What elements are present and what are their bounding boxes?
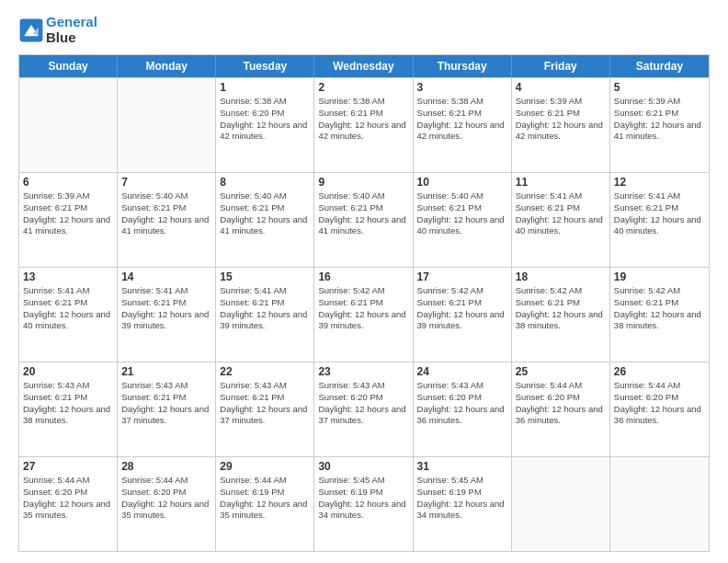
sunrise-text: Sunrise: 5:43 AM [220, 380, 310, 392]
day-number: 6 [23, 176, 113, 189]
sunset-text: Sunset: 6:21 PM [121, 297, 211, 309]
day-cell-7: 7Sunrise: 5:40 AMSunset: 6:21 PMDaylight… [118, 173, 216, 267]
day-header-sunday: Sunday [19, 55, 118, 77]
sunset-text: Sunset: 6:21 PM [614, 202, 705, 214]
day-number: 15 [220, 270, 310, 283]
daylight-text: Daylight: 12 hours and 35 minutes. [121, 499, 211, 523]
calendar-header: SundayMondayTuesdayWednesdayThursdayFrid… [19, 55, 709, 77]
daylight-text: Daylight: 12 hours and 40 minutes. [614, 214, 705, 238]
week-row-1: 1Sunrise: 5:38 AMSunset: 6:20 PMDaylight… [19, 77, 709, 172]
sunset-text: Sunset: 6:21 PM [318, 297, 408, 309]
daylight-text: Daylight: 12 hours and 41 minutes. [220, 214, 310, 238]
day-cell-10: 10Sunrise: 5:40 AMSunset: 6:21 PMDayligh… [414, 173, 512, 267]
day-number: 26 [614, 365, 705, 378]
day-number: 9 [318, 176, 408, 189]
sunrise-text: Sunrise: 5:44 AM [23, 475, 113, 487]
sunrise-text: Sunrise: 5:44 AM [516, 380, 606, 392]
day-header-tuesday: Tuesday [216, 55, 314, 77]
sunrise-text: Sunrise: 5:43 AM [121, 380, 211, 392]
daylight-text: Daylight: 12 hours and 41 minutes. [614, 120, 705, 144]
sunset-text: Sunset: 6:20 PM [23, 487, 113, 499]
day-cell-16: 16Sunrise: 5:42 AMSunset: 6:21 PMDayligh… [314, 268, 413, 362]
day-cell-3: 3Sunrise: 5:38 AMSunset: 6:21 PMDaylight… [414, 78, 512, 172]
sunrise-text: Sunrise: 5:38 AM [417, 96, 507, 108]
empty-cell [19, 78, 118, 172]
sunrise-text: Sunrise: 5:39 AM [516, 96, 606, 108]
day-cell-27: 27Sunrise: 5:44 AMSunset: 6:20 PMDayligh… [19, 457, 118, 551]
day-number: 19 [614, 270, 705, 283]
week-row-3: 13Sunrise: 5:41 AMSunset: 6:21 PMDayligh… [19, 267, 709, 362]
daylight-text: Daylight: 12 hours and 36 minutes. [516, 404, 606, 428]
day-number: 22 [220, 365, 310, 378]
day-cell-4: 4Sunrise: 5:39 AMSunset: 6:21 PMDaylight… [512, 78, 610, 172]
sunset-text: Sunset: 6:21 PM [220, 297, 310, 309]
daylight-text: Daylight: 12 hours and 42 minutes. [318, 120, 408, 144]
sunrise-text: Sunrise: 5:42 AM [417, 285, 507, 297]
sunrise-text: Sunrise: 5:39 AM [614, 96, 705, 108]
day-header-wednesday: Wednesday [314, 55, 413, 77]
sunset-text: Sunset: 6:20 PM [318, 392, 408, 404]
daylight-text: Daylight: 12 hours and 41 minutes. [121, 214, 211, 238]
sunrise-text: Sunrise: 5:44 AM [220, 475, 310, 487]
daylight-text: Daylight: 12 hours and 42 minutes. [417, 120, 507, 144]
empty-cell [512, 457, 610, 551]
day-cell-29: 29Sunrise: 5:44 AMSunset: 6:19 PMDayligh… [216, 457, 314, 551]
day-cell-13: 13Sunrise: 5:41 AMSunset: 6:21 PMDayligh… [19, 268, 118, 362]
day-cell-12: 12Sunrise: 5:41 AMSunset: 6:21 PMDayligh… [610, 173, 709, 267]
day-number: 3 [417, 81, 507, 94]
day-number: 8 [220, 176, 310, 189]
sunset-text: Sunset: 6:21 PM [614, 108, 705, 120]
day-cell-26: 26Sunrise: 5:44 AMSunset: 6:20 PMDayligh… [610, 362, 709, 456]
day-number: 10 [417, 176, 507, 189]
day-number: 16 [318, 270, 408, 283]
sunset-text: Sunset: 6:19 PM [318, 487, 408, 499]
day-cell-31: 31Sunrise: 5:45 AMSunset: 6:19 PMDayligh… [414, 457, 512, 551]
sunrise-text: Sunrise: 5:41 AM [220, 285, 310, 297]
day-cell-20: 20Sunrise: 5:43 AMSunset: 6:21 PMDayligh… [19, 362, 118, 456]
sunset-text: Sunset: 6:21 PM [220, 392, 310, 404]
sunset-text: Sunset: 6:21 PM [318, 108, 408, 120]
sunset-text: Sunset: 6:19 PM [417, 487, 507, 499]
day-number: 4 [516, 81, 606, 94]
daylight-text: Daylight: 12 hours and 40 minutes. [516, 214, 606, 238]
sunset-text: Sunset: 6:20 PM [516, 392, 606, 404]
logo-line1: General [46, 15, 97, 30]
daylight-text: Daylight: 12 hours and 37 minutes. [318, 404, 408, 428]
day-number: 1 [220, 81, 310, 94]
empty-cell [118, 78, 216, 172]
day-header-monday: Monday [118, 55, 216, 77]
day-cell-21: 21Sunrise: 5:43 AMSunset: 6:21 PMDayligh… [118, 362, 216, 456]
day-number: 17 [417, 270, 507, 283]
day-cell-18: 18Sunrise: 5:42 AMSunset: 6:21 PMDayligh… [512, 268, 610, 362]
sunrise-text: Sunrise: 5:42 AM [318, 285, 408, 297]
sunset-text: Sunset: 6:21 PM [417, 108, 507, 120]
day-cell-5: 5Sunrise: 5:39 AMSunset: 6:21 PMDaylight… [610, 78, 709, 172]
sunset-text: Sunset: 6:20 PM [417, 392, 507, 404]
day-cell-24: 24Sunrise: 5:43 AMSunset: 6:20 PMDayligh… [414, 362, 512, 456]
sunrise-text: Sunrise: 5:42 AM [614, 285, 705, 297]
day-cell-19: 19Sunrise: 5:42 AMSunset: 6:21 PMDayligh… [610, 268, 709, 362]
sunset-text: Sunset: 6:21 PM [121, 392, 211, 404]
sunset-text: Sunset: 6:21 PM [417, 202, 507, 214]
sunrise-text: Sunrise: 5:38 AM [220, 96, 310, 108]
day-number: 20 [23, 365, 113, 378]
day-cell-8: 8Sunrise: 5:40 AMSunset: 6:21 PMDaylight… [216, 173, 314, 267]
sunrise-text: Sunrise: 5:38 AM [318, 96, 408, 108]
day-number: 21 [121, 365, 211, 378]
daylight-text: Daylight: 12 hours and 38 minutes. [516, 309, 606, 333]
day-header-friday: Friday [512, 55, 610, 77]
day-number: 5 [614, 81, 705, 94]
day-number: 13 [23, 270, 113, 283]
sunset-text: Sunset: 6:21 PM [121, 202, 211, 214]
sunrise-text: Sunrise: 5:41 AM [23, 285, 113, 297]
header: General Blue [18, 15, 710, 45]
sunset-text: Sunset: 6:20 PM [220, 108, 310, 120]
logo-icon [18, 17, 44, 43]
daylight-text: Daylight: 12 hours and 35 minutes. [23, 499, 113, 523]
day-cell-23: 23Sunrise: 5:43 AMSunset: 6:20 PMDayligh… [314, 362, 413, 456]
sunrise-text: Sunrise: 5:44 AM [121, 475, 211, 487]
daylight-text: Daylight: 12 hours and 42 minutes. [220, 120, 310, 144]
daylight-text: Daylight: 12 hours and 39 minutes. [121, 309, 211, 333]
daylight-text: Daylight: 12 hours and 39 minutes. [417, 309, 507, 333]
day-cell-9: 9Sunrise: 5:40 AMSunset: 6:21 PMDaylight… [314, 173, 413, 267]
